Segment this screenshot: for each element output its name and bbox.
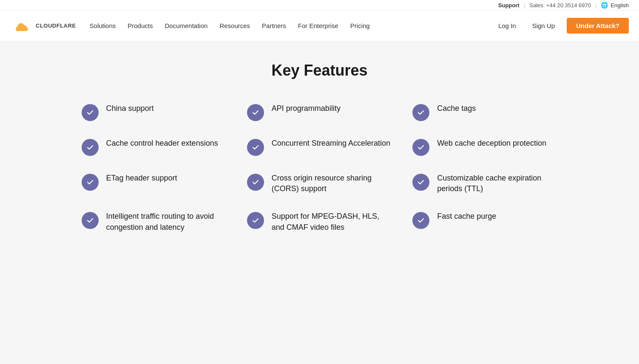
feature-label-web-cache-deception-protection: Web cache deception protection bbox=[437, 138, 546, 149]
nav-link-documentation[interactable]: Documentation bbox=[165, 22, 207, 29]
feature-item-web-cache-deception-protection: Web cache deception protection bbox=[412, 138, 557, 156]
cloudflare-logo-icon bbox=[10, 18, 32, 34]
nav-link-pricing[interactable]: Pricing bbox=[350, 22, 370, 29]
nav-link-resources[interactable]: Resources bbox=[219, 22, 250, 29]
feature-item-concurrent-streaming-acceleration: Concurrent Streaming Acceleration bbox=[247, 138, 392, 156]
check-icon-web-cache-deception-protection bbox=[412, 139, 429, 156]
check-icon-cache-control-header-extensions bbox=[82, 139, 99, 156]
support-link[interactable]: Support bbox=[498, 2, 520, 8]
check-icon-etag-header-support bbox=[82, 174, 99, 191]
nav-link-for-enterprise[interactable]: For Enterprise bbox=[298, 22, 338, 29]
feature-item-intelligent-traffic-routing: Intelligent traffic routing to avoid con… bbox=[82, 211, 227, 232]
feature-label-fast-cache-purge: Fast cache purge bbox=[437, 211, 496, 222]
logo-text: CLOUDFLARE bbox=[36, 23, 76, 29]
feature-label-mpeg-dash-support: Support for MPEG-DASH, HLS, and CMAF vid… bbox=[272, 211, 392, 232]
feature-item-mpeg-dash-support: Support for MPEG-DASH, HLS, and CMAF vid… bbox=[247, 211, 392, 232]
check-icon-customizable-cache-expiration bbox=[412, 174, 429, 191]
check-icon-api-programmability bbox=[247, 104, 264, 121]
feature-item-fast-cache-purge: Fast cache purge bbox=[412, 211, 557, 232]
navbar: CLOUDFLARE SolutionsProductsDocumentatio… bbox=[0, 11, 639, 41]
check-icon-concurrent-streaming-acceleration bbox=[247, 139, 264, 156]
feature-label-etag-header-support: ETag header support bbox=[106, 173, 177, 183]
login-button[interactable]: Log In bbox=[494, 20, 520, 32]
nav-link-partners[interactable]: Partners bbox=[262, 22, 286, 29]
feature-label-api-programmability: API programmability bbox=[272, 103, 341, 114]
feature-label-cache-control-header-extensions: Cache control header extensions bbox=[106, 138, 218, 149]
check-icon-cors-support bbox=[247, 174, 264, 191]
separator2: | bbox=[595, 2, 596, 8]
under-attack-button[interactable]: Under Attack? bbox=[567, 18, 629, 34]
nav-right: Log In Sign Up Under Attack? bbox=[494, 18, 629, 34]
nav-link-solutions[interactable]: Solutions bbox=[90, 22, 116, 29]
feature-label-intelligent-traffic-routing: Intelligent traffic routing to avoid con… bbox=[106, 211, 227, 232]
check-icon-cache-tags bbox=[412, 104, 429, 121]
feature-item-customizable-cache-expiration: Customizable cache expiration periods (T… bbox=[412, 173, 557, 194]
feature-item-etag-header-support: ETag header support bbox=[82, 173, 227, 194]
nav-link-products[interactable]: Products bbox=[128, 22, 153, 29]
features-grid: China support API programmability Cache … bbox=[82, 103, 558, 233]
signup-button[interactable]: Sign Up bbox=[528, 20, 559, 32]
check-icon-china-support bbox=[82, 104, 99, 121]
feature-label-cors-support: Cross origin resource sharing (CORS) sup… bbox=[272, 173, 392, 194]
feature-label-concurrent-streaming-acceleration: Concurrent Streaming Acceleration bbox=[272, 138, 390, 149]
separator1: | bbox=[524, 2, 525, 8]
check-icon-intelligent-traffic-routing bbox=[82, 212, 99, 229]
feature-item-china-support: China support bbox=[82, 103, 227, 121]
feature-item-cache-control-header-extensions: Cache control header extensions bbox=[82, 138, 227, 156]
feature-item-cors-support: Cross origin resource sharing (CORS) sup… bbox=[247, 173, 392, 194]
section-title: Key Features bbox=[82, 62, 558, 79]
check-icon-fast-cache-purge bbox=[412, 212, 429, 229]
feature-label-cache-tags: Cache tags bbox=[437, 103, 476, 114]
feature-item-cache-tags: Cache tags bbox=[412, 103, 557, 121]
feature-label-customizable-cache-expiration: Customizable cache expiration periods (T… bbox=[437, 173, 557, 194]
feature-item-api-programmability: API programmability bbox=[247, 103, 392, 121]
language-selector[interactable]: English bbox=[611, 2, 629, 8]
top-bar: Support | Sales: +44 20 3514 6970 | 🌐 En… bbox=[0, 0, 639, 11]
logo[interactable]: CLOUDFLARE bbox=[10, 18, 76, 34]
feature-label-china-support: China support bbox=[106, 103, 154, 114]
check-icon-mpeg-dash-support bbox=[247, 212, 264, 229]
nav-links: SolutionsProductsDocumentationResourcesP… bbox=[90, 22, 494, 29]
main-content: Key Features China support API programma… bbox=[65, 41, 575, 267]
sales-info: Sales: +44 20 3514 6970 bbox=[529, 2, 591, 8]
globe-icon: 🌐 bbox=[601, 2, 608, 8]
